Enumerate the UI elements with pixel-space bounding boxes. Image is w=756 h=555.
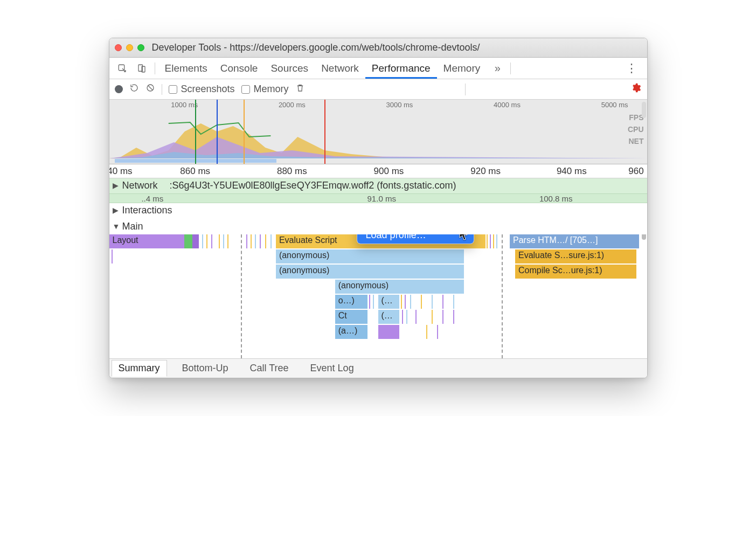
inspect-element-icon[interactable]: [113, 58, 132, 79]
flame-bar[interactable]: (a…): [335, 325, 367, 339]
flame-bar[interactable]: Ct: [335, 310, 367, 324]
screenshots-label: Screenshots: [181, 84, 235, 95]
tracks-area: ▶ Network :S6g4U3t-Y5UEw0lE80llgEseQY3FE…: [109, 178, 647, 358]
frame-time: 100.8 ms: [539, 194, 573, 203]
screenshots-checkbox[interactable]: Screenshots: [169, 84, 235, 95]
collapse-icon: ▼: [113, 222, 120, 231]
flame-bar-label: Compile Sc…ure.js:1): [518, 266, 602, 275]
flame-bar[interactable]: [378, 325, 400, 339]
tab-elements[interactable]: Elements: [158, 58, 214, 79]
clear-button[interactable]: [145, 83, 155, 95]
network-track-header[interactable]: ▶ Network :S6g4U3t-Y5UEw0lE80llgEseQY3FE…: [109, 178, 647, 193]
flame-bar[interactable]: [192, 234, 199, 248]
tab-network[interactable]: Network: [315, 58, 365, 79]
flame-bar-label: (anonymous): [338, 281, 389, 290]
flame-bar-label: (…: [382, 296, 393, 305]
flame-bar[interactable]: (…: [378, 310, 400, 324]
menu-item-load-profile[interactable]: Load profile…: [357, 234, 474, 244]
details-tab-bottom-up[interactable]: Bottom-Up: [176, 360, 235, 376]
tab-label: Network: [321, 63, 359, 74]
flame-bar-parse-html[interactable]: Parse HTM…/ [705…]: [510, 234, 639, 248]
tab-label: Sources: [271, 63, 308, 74]
tab-label: Performance: [372, 63, 431, 74]
tab-label: Call Tree: [250, 363, 289, 373]
details-tab-event-log[interactable]: Event Log: [304, 360, 360, 376]
chevron-right-double-icon: »: [495, 62, 501, 74]
ruler-tick: 900 ms: [374, 166, 404, 177]
flame-bar-label: (a…): [338, 326, 358, 335]
flame-bar-label: (anonymous): [279, 251, 329, 260]
overview-timeline[interactable]: 1000 ms 2000 ms 3000 ms 4000 ms 5000 ms …: [109, 100, 647, 164]
ruler-tick: 920 ms: [470, 166, 501, 177]
overview-tick: 3000 ms: [386, 101, 413, 109]
overview-marker: [217, 100, 218, 164]
frame-time: ..4 ms: [141, 194, 163, 203]
interactions-track-header[interactable]: ▶ Interactions: [109, 203, 647, 219]
flame-bar-anonymous[interactable]: (anonymous): [276, 265, 464, 279]
performance-toolbar: Screenshots Memory: [109, 79, 647, 100]
overview-tick: 2000 ms: [279, 101, 306, 109]
checkbox-icon: [169, 85, 177, 94]
tab-sources[interactable]: Sources: [264, 58, 315, 79]
tab-console[interactable]: Console: [214, 58, 265, 79]
overview-tick: 5000 ms: [601, 101, 628, 109]
flame-bar[interactable]: (…: [378, 295, 400, 309]
settings-gear-icon[interactable]: [630, 82, 641, 96]
titlebar: Developer Tools - https://developers.goo…: [109, 38, 647, 58]
expand-icon: ▶: [113, 181, 119, 190]
close-window-button[interactable]: [115, 44, 122, 51]
traffic-lights: [115, 44, 144, 51]
more-tabs-button[interactable]: »: [488, 58, 507, 79]
main-track-header[interactable]: ▼ Main: [109, 219, 647, 234]
separator: [155, 63, 155, 74]
flame-bar-anonymous[interactable]: (anonymous): [335, 280, 464, 294]
reload-record-button[interactable]: [129, 83, 139, 95]
devtools-window: Developer Tools - https://developers.goo…: [109, 38, 648, 378]
flame-chart[interactable]: Layout Evaluate Script: [109, 234, 647, 358]
mouse-cursor-icon: [459, 234, 470, 241]
flame-bar-label: Evaluate Script: [279, 235, 337, 245]
flame-bar-compile[interactable]: Compile Sc…ure.js:1): [515, 265, 636, 279]
tab-label: Event Log: [310, 363, 354, 373]
tab-memory[interactable]: Memory: [437, 58, 487, 79]
minimize-window-button[interactable]: [126, 44, 133, 51]
ruler-tick: 40 ms: [109, 166, 133, 177]
tab-label: Summary: [119, 363, 160, 373]
checkbox-icon: [241, 85, 250, 94]
overview-marker: [195, 100, 196, 164]
tab-label: Elements: [165, 63, 207, 74]
device-toolbar-icon[interactable]: [132, 58, 151, 79]
detail-ruler[interactable]: 40 ms 860 ms 880 ms 900 ms 920 ms 940 ms…: [109, 164, 647, 178]
flame-bar-evaluate-s[interactable]: Evaluate S…sure.js:1): [515, 249, 636, 263]
kebab-menu-icon[interactable]: ⋮: [619, 61, 644, 75]
ruler-tick: 860 ms: [180, 166, 210, 177]
panel-tabs: Elements Console Sources Network Perform…: [109, 58, 647, 79]
tab-performance[interactable]: Performance: [365, 58, 437, 79]
menu-item-label: Load profile…: [366, 234, 426, 241]
details-tab-call-tree[interactable]: Call Tree: [244, 360, 295, 376]
overview-marker: [324, 100, 325, 164]
flame-bar-label: o…): [338, 296, 355, 305]
overview-scrollbar[interactable]: [642, 102, 646, 118]
cpu-overview-graph: [109, 121, 647, 158]
flame-bar[interactable]: [184, 234, 192, 248]
details-tab-summary[interactable]: Summary: [112, 360, 167, 377]
overview-marker: [244, 100, 245, 164]
flame-bar-anonymous[interactable]: (anonymous): [276, 249, 464, 263]
flame-bar-label: Layout: [113, 235, 138, 245]
flame-bar[interactable]: o…): [335, 295, 367, 309]
tracks-scrollbar[interactable]: [642, 234, 646, 240]
record-button[interactable]: [115, 85, 123, 93]
overview-ticks: 1000 ms 2000 ms 3000 ms 4000 ms 5000 ms: [109, 100, 647, 109]
network-label: Network: [122, 180, 158, 191]
details-tabs: Summary Bottom-Up Call Tree Event Log: [109, 358, 647, 378]
expand-icon: ▶: [113, 206, 119, 214]
network-request-url: :S6g4U3t-Y5UEw0lE80llgEseQY3FEmqw.woff2 …: [170, 180, 456, 191]
flame-bar-label: Ct: [338, 311, 347, 320]
garbage-collect-button[interactable]: [295, 83, 305, 95]
zoom-window-button[interactable]: [137, 44, 144, 51]
tab-label: Memory: [443, 63, 481, 74]
flame-bar-label: (…: [382, 311, 393, 320]
memory-checkbox[interactable]: Memory: [241, 84, 289, 95]
flame-bar-layout[interactable]: Layout: [109, 234, 185, 248]
